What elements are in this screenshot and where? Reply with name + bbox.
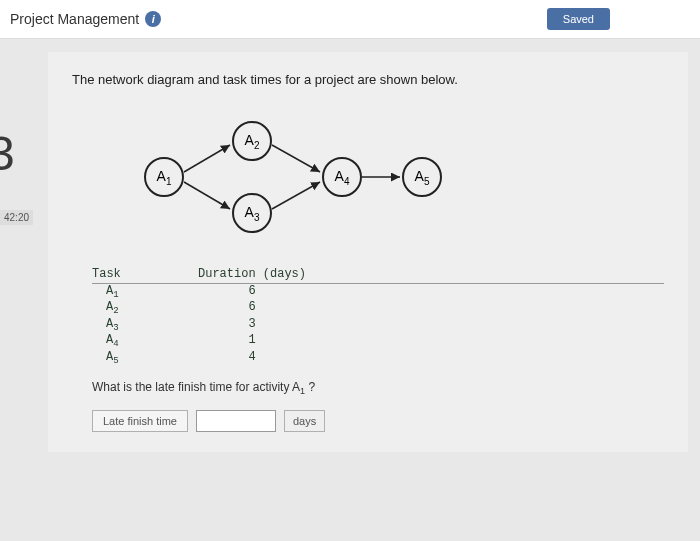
node-a3: A3 bbox=[232, 193, 272, 233]
table-header: Task Duration (days) bbox=[92, 267, 664, 284]
page-title: Project Management bbox=[10, 11, 139, 27]
left-strip: 3 42:20 aw bbox=[0, 40, 38, 540]
info-icon[interactable]: i bbox=[145, 11, 161, 27]
question-number-partial: 3 bbox=[0, 130, 15, 178]
prompt-text: The network diagram and task times for a… bbox=[72, 72, 664, 87]
task-table: Task Duration (days) A1 6 A2 6 A3 3 A4 1… bbox=[92, 267, 664, 366]
table-row: A2 6 bbox=[92, 300, 664, 316]
node-a1: A1 bbox=[144, 157, 184, 197]
question-text: What is the late finish time for activit… bbox=[92, 380, 664, 396]
header: Project Management i Saved bbox=[0, 0, 700, 39]
answer-label: Late finish time bbox=[92, 410, 188, 432]
timer: 42:20 bbox=[0, 210, 33, 225]
node-a4: A4 bbox=[322, 157, 362, 197]
node-a5: A5 bbox=[402, 157, 442, 197]
answer-unit: days bbox=[284, 410, 325, 432]
th-duration: Duration (days) bbox=[182, 267, 322, 281]
svg-line-2 bbox=[272, 145, 320, 172]
table-row: A4 1 bbox=[92, 333, 664, 349]
node-a2: A2 bbox=[232, 121, 272, 161]
svg-line-3 bbox=[272, 182, 320, 209]
svg-line-1 bbox=[184, 182, 230, 209]
header-left: Project Management i bbox=[10, 11, 161, 27]
network-diagram: A1 A2 A3 A4 A5 bbox=[112, 107, 492, 247]
answer-row: Late finish time days bbox=[92, 410, 664, 432]
table-row: A1 6 bbox=[92, 284, 664, 300]
table-row: A5 4 bbox=[92, 350, 664, 366]
content: The network diagram and task times for a… bbox=[48, 52, 688, 452]
saved-badge: Saved bbox=[547, 8, 610, 30]
table-row: A3 3 bbox=[92, 317, 664, 333]
svg-line-0 bbox=[184, 145, 230, 172]
answer-input[interactable] bbox=[196, 410, 276, 432]
th-task: Task bbox=[92, 267, 182, 281]
